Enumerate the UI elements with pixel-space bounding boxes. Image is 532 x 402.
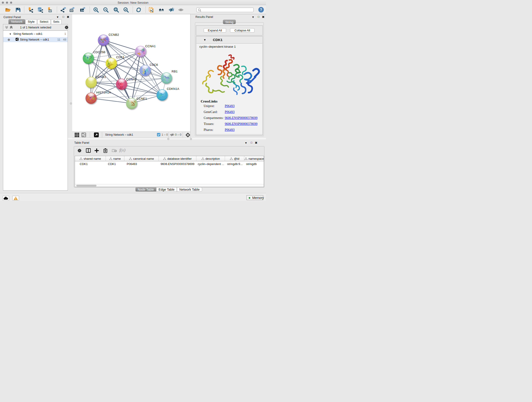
svg-text:?: ?	[260, 8, 262, 12]
